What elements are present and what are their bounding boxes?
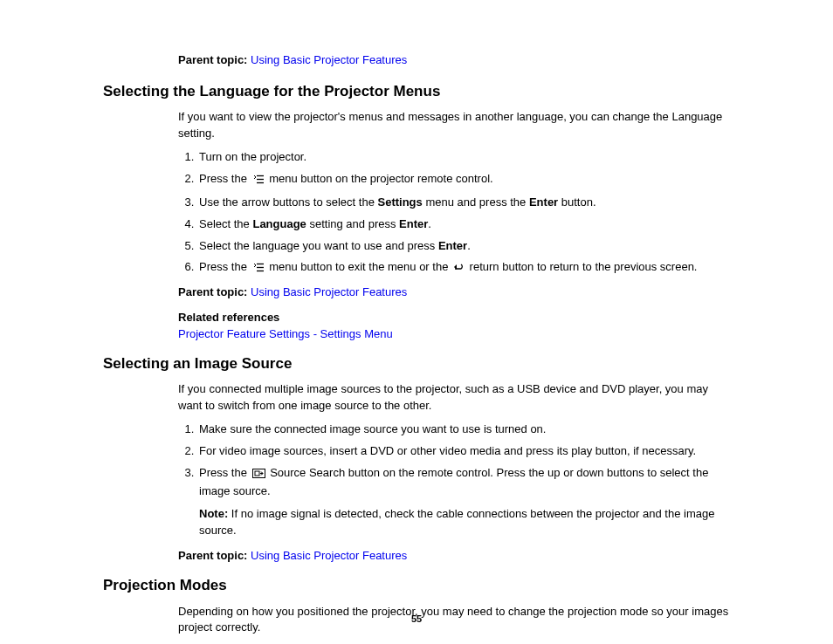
step-item: Make sure the connected image source you… bbox=[197, 421, 730, 438]
steps-list: Make sure the connected image source you… bbox=[178, 421, 730, 539]
parent-topic-link[interactable]: Using Basic Projector Features bbox=[251, 285, 407, 298]
step-item: For video image sources, insert a DVD or… bbox=[197, 443, 730, 460]
parent-topic-link[interactable]: Using Basic Projector Features bbox=[251, 53, 407, 66]
step-item: Press the menu button on the projector r… bbox=[197, 171, 730, 189]
note-text: If no image signal is detected, check th… bbox=[199, 507, 714, 537]
svg-rect-7 bbox=[255, 471, 259, 476]
note-block: Note: If no image signal is detected, ch… bbox=[199, 506, 730, 539]
menu-icon bbox=[252, 173, 265, 189]
page-number: 55 bbox=[0, 613, 833, 627]
section-body-language: If you want to view the projector's menu… bbox=[178, 109, 730, 342]
note-label: Note: bbox=[199, 507, 228, 520]
related-reference-link[interactable]: Projector Feature Settings - Settings Me… bbox=[178, 327, 393, 340]
step-item: Press the menu button to exit the menu o… bbox=[197, 259, 730, 277]
parent-topic-line: Parent topic: Using Basic Projector Feat… bbox=[178, 284, 730, 301]
intro-text: If you connected multiple image sources … bbox=[178, 381, 730, 414]
source-search-icon bbox=[252, 467, 265, 483]
parent-topic-link[interactable]: Using Basic Projector Features bbox=[251, 549, 407, 562]
section-body-image-source: If you connected multiple image sources … bbox=[178, 381, 730, 565]
document-page: Parent topic: Using Basic Projector Feat… bbox=[0, 0, 833, 644]
related-references-block: Related references Projector Feature Set… bbox=[178, 310, 730, 343]
parent-topic-line-top: Parent topic: Using Basic Projector Feat… bbox=[178, 52, 730, 69]
parent-topic-label: Parent topic: bbox=[178, 285, 247, 298]
section-heading-image-source: Selecting an Image Source bbox=[103, 353, 730, 375]
step-item: Select the language you want to use and … bbox=[197, 238, 730, 255]
parent-topic-line: Parent topic: Using Basic Projector Feat… bbox=[178, 548, 730, 565]
step-item: Use the arrow buttons to select the Sett… bbox=[197, 195, 730, 211]
step-item: Select the Language setting and press En… bbox=[197, 216, 730, 233]
steps-list: Turn on the projector. Press the menu bu… bbox=[178, 149, 730, 277]
intro-text: If you want to view the projector's menu… bbox=[178, 109, 730, 142]
related-references-label: Related references bbox=[178, 310, 730, 326]
return-icon bbox=[453, 261, 465, 277]
parent-topic-label: Parent topic: bbox=[178, 549, 247, 562]
section-heading-projection-modes: Projection Modes bbox=[103, 575, 730, 597]
section-heading-language: Selecting the Language for the Projector… bbox=[103, 81, 730, 103]
menu-icon bbox=[252, 261, 265, 277]
step-item: Press the Source Search button on the re… bbox=[197, 465, 730, 539]
parent-topic-label: Parent topic: bbox=[178, 53, 247, 66]
step-item: Turn on the projector. bbox=[197, 149, 730, 166]
